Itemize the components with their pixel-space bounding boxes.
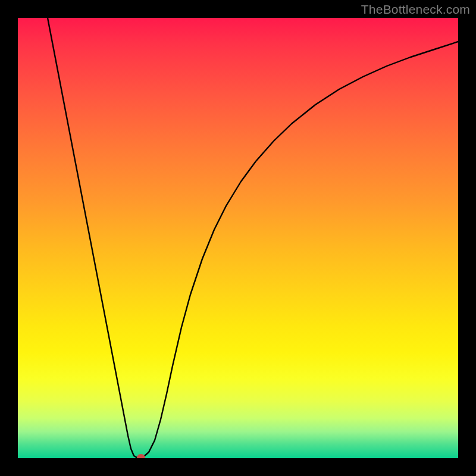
- chart-frame: TheBottleneck.com: [0, 0, 476, 476]
- optimal-point-marker: [137, 454, 145, 458]
- curve-svg: [18, 18, 458, 458]
- bottleneck-curve: [48, 18, 458, 458]
- plot-area: [18, 18, 458, 458]
- watermark-label: TheBottleneck.com: [361, 2, 470, 17]
